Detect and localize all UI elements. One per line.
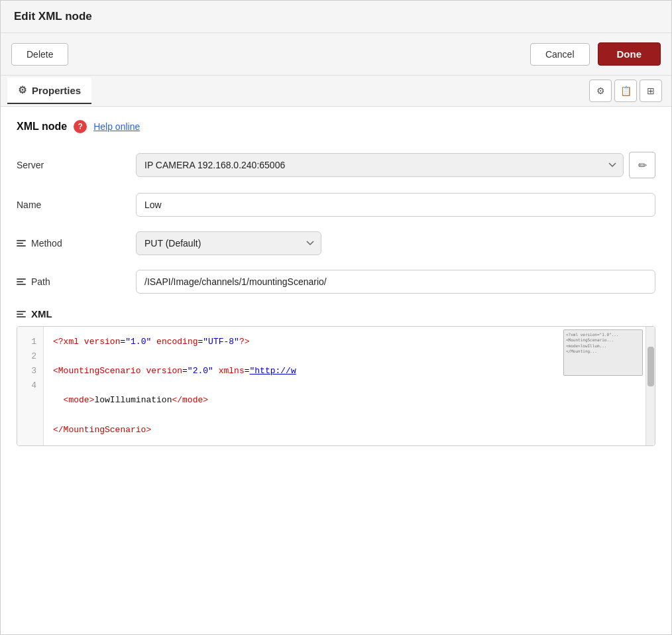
path-input[interactable] [136, 270, 655, 294]
xml-section: XML 1 2 3 4 <?xml version="1.0" encoding… [17, 308, 655, 446]
method-control-wrap: PUT (Default) GET POST DELETE [136, 231, 655, 255]
xml-lines-icon [17, 311, 26, 318]
path-label: Path [17, 276, 136, 287]
server-select[interactable]: IP CAMERA 192.168.0.240:65006 [136, 153, 624, 177]
xml-node-title: XML node [17, 121, 67, 133]
name-input[interactable] [136, 193, 655, 217]
tabs-bar: ⚙ Properties ⚙ 📋 ⊞ [1, 76, 671, 107]
grid-action-button[interactable]: ⊞ [640, 80, 662, 102]
method-select-wrap: PUT (Default) GET POST DELETE [136, 231, 321, 255]
properties-gear-icon: ⚙ [18, 84, 27, 96]
name-label: Name [17, 200, 136, 210]
path-lines-icon [17, 278, 26, 285]
help-icon: ? [74, 120, 87, 133]
dialog-title-text: Edit XML node [14, 10, 92, 23]
xml-thumbnail: <?xml version="1.0"... <MountingScenario… [563, 329, 643, 376]
settings-action-button[interactable]: ⚙ [589, 80, 612, 102]
name-control-wrap [136, 193, 655, 217]
toolbar: Delete Cancel Done [1, 33, 671, 76]
method-select[interactable]: PUT (Default) GET POST DELETE [136, 231, 321, 255]
name-row: Name [17, 193, 655, 217]
server-select-wrap: IP CAMERA 192.168.0.240:65006 [136, 153, 624, 177]
tab-properties-label: Properties [32, 85, 81, 96]
dialog-title: Edit XML node [1, 1, 671, 33]
method-label: Method [17, 238, 136, 249]
tab-actions: ⚙ 📋 ⊞ [587, 76, 665, 106]
copy-action-button[interactable]: 📋 [614, 80, 637, 102]
method-row: Method PUT (Default) GET POST DELETE [17, 231, 655, 255]
delete-button[interactable]: Delete [11, 43, 68, 66]
xml-label: XML [17, 308, 655, 319]
node-header: XML node ? Help online [17, 120, 655, 133]
line-numbers: 1 2 3 4 [17, 327, 44, 445]
path-control-wrap [136, 270, 655, 294]
path-row: Path [17, 270, 655, 294]
method-lines-icon [17, 240, 26, 247]
done-button[interactable]: Done [598, 42, 661, 66]
scrollbar-thumb[interactable] [647, 347, 654, 386]
help-link[interactable]: Help online [93, 121, 140, 132]
tab-properties[interactable]: ⚙ Properties [7, 78, 91, 104]
cancel-button[interactable]: Cancel [530, 43, 590, 66]
content: XML node ? Help online Server IP CAMERA … [1, 107, 671, 634]
dialog: Edit XML node Delete Cancel Done ⚙ Prope… [0, 0, 672, 635]
server-control-wrap: IP CAMERA 192.168.0.240:65006 ✏ [136, 152, 655, 178]
xml-editor[interactable]: 1 2 3 4 <?xml version="1.0" encoding="UT… [17, 326, 655, 446]
server-row: Server IP CAMERA 192.168.0.240:65006 ✏ [17, 152, 655, 178]
server-label: Server [17, 160, 136, 170]
scrollbar[interactable] [645, 327, 655, 445]
server-edit-button[interactable]: ✏ [629, 152, 655, 178]
